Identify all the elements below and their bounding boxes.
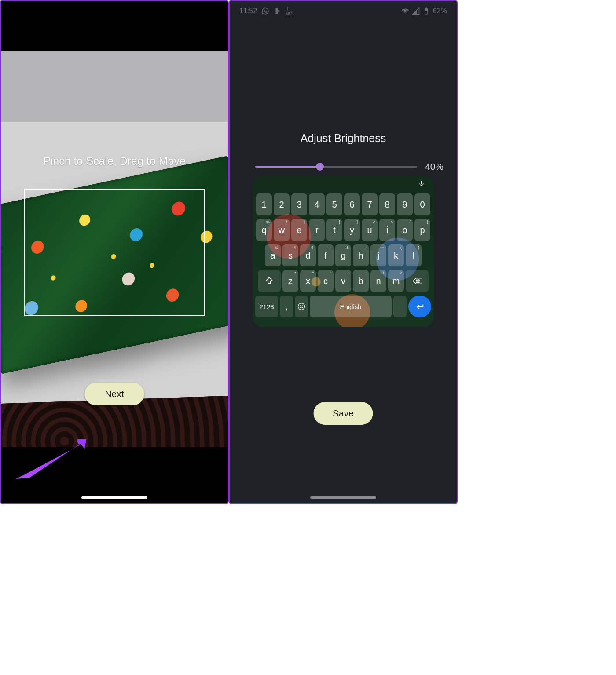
symbols-key[interactable]: ?123 (255, 296, 278, 317)
key-r[interactable]: r= (309, 219, 325, 241)
key-5[interactable]: 5 (326, 193, 342, 215)
enter-icon (415, 302, 425, 311)
key-e[interactable]: e| (291, 219, 307, 241)
emoji-icon (297, 302, 306, 311)
key-o[interactable]: o{ (397, 219, 413, 241)
shift-key[interactable] (258, 270, 281, 292)
key-z[interactable]: z* (282, 270, 298, 292)
key-l[interactable]: l) (406, 244, 422, 266)
slider-track[interactable] (255, 166, 417, 168)
key-u[interactable]: u< (362, 219, 378, 241)
period-key[interactable]: . (393, 296, 407, 317)
shift-icon (264, 276, 274, 286)
key-9[interactable]: 9 (397, 193, 413, 215)
status-bar: 11:52 1 kB/s 62% (230, 6, 457, 16)
screen-crop: Pinch to Scale, Drag to Move Next (0, 0, 229, 504)
key-y[interactable]: y] (344, 219, 360, 241)
wifi-icon (401, 7, 409, 15)
key-4[interactable]: 4 (309, 193, 325, 215)
backspace-icon (412, 276, 422, 286)
key-b[interactable]: b; (353, 270, 369, 292)
key-d[interactable]: d₹ (300, 244, 316, 266)
key-x[interactable]: x" (300, 270, 316, 292)
crop-instruction-label: Pinch to Scale, Drag to Move (1, 155, 228, 168)
space-key[interactable]: English (310, 296, 392, 317)
key-h[interactable]: h- (353, 244, 369, 266)
key-m[interactable]: m? (388, 270, 404, 292)
svg-point-2 (298, 303, 305, 310)
brightness-slider[interactable]: 40% (255, 161, 444, 172)
save-button-label: Save (333, 408, 354, 419)
keyboard-preview: 1234567890 q%w\e|r=t[y]u<i>o{p} a@s#d₹f-… (253, 176, 434, 327)
whatsapp-icon (261, 7, 269, 15)
save-button[interactable]: Save (314, 402, 373, 425)
key-q[interactable]: q% (256, 219, 272, 241)
enter-key[interactable] (408, 296, 431, 317)
next-button-label: Next (105, 389, 124, 399)
battery-icon (422, 7, 430, 15)
media-icon (274, 7, 282, 15)
signal-icon (412, 7, 420, 15)
key-6[interactable]: 6 (344, 193, 360, 215)
key-k[interactable]: k( (388, 244, 404, 266)
key-c[interactable]: c' (318, 270, 334, 292)
key-i[interactable]: i> (379, 219, 395, 241)
status-netspeed: 1 kB/s (286, 6, 294, 16)
photo-viewport[interactable]: Pinch to Scale, Drag to Move Next (1, 51, 228, 447)
brightness-title: Adjust Brightness (230, 132, 457, 145)
key-t[interactable]: t[ (326, 219, 342, 241)
slider-thumb[interactable] (316, 163, 324, 171)
mic-icon[interactable] (418, 180, 425, 187)
status-battery-pct: 62% (433, 7, 447, 15)
key-v[interactable]: v: (335, 270, 351, 292)
nav-handle[interactable] (310, 496, 376, 499)
svg-point-4 (302, 305, 303, 306)
key-8[interactable]: 8 (379, 193, 395, 215)
key-s[interactable]: s# (282, 244, 298, 266)
key-g[interactable]: g& (335, 244, 351, 266)
svg-point-3 (300, 305, 301, 306)
brightness-value: 40% (425, 161, 444, 172)
key-p[interactable]: p} (414, 219, 430, 241)
key-a[interactable]: a@ (265, 244, 281, 266)
slider-fill (255, 166, 320, 168)
key-f[interactable]: f- (318, 244, 334, 266)
key-n[interactable]: n! (370, 270, 386, 292)
key-1[interactable]: 1 (256, 193, 272, 215)
key-3[interactable]: 3 (291, 193, 307, 215)
status-time: 11:52 (239, 7, 257, 15)
key-j[interactable]: j+ (370, 244, 386, 266)
nav-handle[interactable] (81, 496, 147, 499)
screen-brightness: 11:52 1 kB/s 62% Adjust Brightness 40% (229, 0, 458, 504)
backspace-key[interactable] (406, 270, 429, 292)
key-2[interactable]: 2 (274, 193, 290, 215)
comma-key[interactable]: , (280, 296, 293, 317)
emoji-key[interactable] (295, 296, 308, 317)
key-0[interactable]: 0 (414, 193, 430, 215)
key-w[interactable]: w\ (274, 219, 290, 241)
next-button[interactable]: Next (85, 383, 144, 405)
key-7[interactable]: 7 (362, 193, 378, 215)
